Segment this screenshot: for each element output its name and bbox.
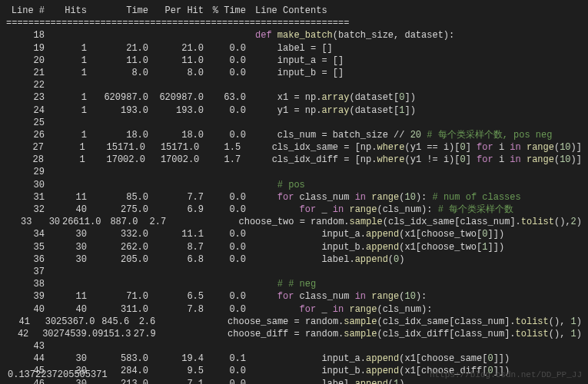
- cell-line: 44: [6, 353, 45, 365]
- profiler-rows: 18def make_batch(batch_size, dataset):19…: [6, 29, 582, 384]
- cell-perhit: 17002.0: [145, 154, 199, 166]
- cell-perhit: 8.7: [148, 241, 204, 253]
- cell-time: 620987.0: [87, 91, 148, 104]
- cell-pct: 0.0: [204, 129, 246, 141]
- cell-line: 37: [6, 266, 45, 278]
- cell-perhit: [148, 340, 204, 353]
- profiler-row: 4230274539.09151.327.9 choose_diff = ran…: [6, 328, 582, 340]
- cell-line: 32: [6, 204, 45, 216]
- cell-time: 8.0: [87, 67, 148, 79]
- cell-perhit: [148, 166, 204, 178]
- cell-perhit: 193.0: [148, 104, 204, 117]
- cell-time: 193.0: [87, 104, 148, 117]
- cell-hits: [45, 278, 87, 290]
- cell-line: 30: [6, 179, 45, 191]
- cell-pct: 2.6: [129, 316, 155, 328]
- cell-pct: 1.5: [199, 141, 241, 154]
- cell-pct: 0.0: [204, 253, 246, 266]
- col-header-line: Line #: [6, 5, 45, 17]
- col-header-time: Time: [87, 5, 148, 17]
- profiler-row: 38 # # neg: [6, 278, 582, 290]
- profiler-row: 4430583.019.40.1 input_a.append(x1[choos…: [6, 353, 582, 365]
- cell-code: for class_num in range(10): # num of cla…: [255, 191, 582, 204]
- cell-hits: 30: [30, 316, 56, 328]
- cell-line: 18: [6, 29, 45, 41]
- cell-time: 332.0: [87, 228, 148, 240]
- cell-code: cls_idx_diff = [np.where(y1 != i)[0] for…: [250, 154, 582, 166]
- cell-perhit: 11.1: [148, 228, 204, 240]
- cell-hits: 1: [44, 154, 85, 166]
- cell-time: 85.0: [87, 191, 148, 204]
- profiler-row: 22: [6, 79, 582, 91]
- profiler-output: Line # Hits Time Per Hit % Time Line Con…: [0, 0, 588, 384]
- cell-code: def make_batch(batch_size, dataset):: [255, 29, 582, 41]
- cell-time: 25367.0: [56, 316, 95, 328]
- cell-time: 21.0: [87, 42, 148, 55]
- profiler-row: 3630205.06.80.0 label.append(0): [6, 253, 582, 266]
- cell-perhit: 18.0: [148, 129, 204, 141]
- cell-pct: 0.0: [204, 42, 246, 55]
- cell-code: # # neg: [255, 278, 582, 290]
- cell-hits: [45, 340, 87, 353]
- cell-perhit: 620987.0: [148, 91, 204, 104]
- cell-perhit: 21.0: [148, 42, 204, 55]
- cell-time: [87, 179, 148, 191]
- cell-perhit: 11.0: [148, 55, 204, 67]
- cell-pct: 27.9: [131, 328, 155, 340]
- profiler-row: 241193.0193.00.0 y1 = np.array(dataset[1…: [6, 104, 582, 117]
- cell-line: 27: [6, 141, 44, 154]
- cell-hits: 30: [45, 228, 87, 240]
- cell-pct: [204, 278, 246, 290]
- cell-pct: 0.0: [204, 290, 246, 303]
- cell-perhit: 887.0: [101, 216, 138, 228]
- cell-perhit: [148, 278, 204, 290]
- cell-code: for _ in range(cls_num): # 每个类采样个数: [255, 204, 582, 216]
- cell-hits: 1: [44, 141, 85, 154]
- watermark: https://blog.csdn.net/DD_PP_JJ: [430, 369, 582, 381]
- cell-code: cls_idx_same = [np.where(y1 == i)[0] for…: [250, 141, 582, 154]
- cell-hits: 1: [45, 55, 87, 67]
- cell-line: 28: [6, 154, 44, 166]
- cell-hits: 1: [45, 91, 87, 104]
- col-header-hits: Hits: [45, 5, 87, 17]
- cell-hits: 40: [45, 204, 87, 216]
- cell-perhit: 19.4: [148, 353, 204, 365]
- cell-time: 274539.0: [54, 328, 98, 340]
- cell-hits: 11: [45, 290, 87, 303]
- cell-code: cls_num = batch_size // 20 # 每个类采样个数, po…: [255, 129, 582, 141]
- cell-time: [87, 278, 148, 290]
- cell-perhit: 6.9: [148, 204, 204, 216]
- cell-pct: 0.0: [204, 365, 246, 377]
- cell-time: 311.0: [87, 303, 148, 316]
- cell-pct: 0.0: [204, 55, 246, 67]
- cell-code: # pos: [255, 179, 582, 191]
- cell-code: input_a.append(x1[choose_two[0]]): [255, 228, 582, 240]
- cell-line: 35: [6, 241, 45, 253]
- profiler-row: 18def make_batch(batch_size, dataset):: [6, 29, 582, 41]
- footer-value: 0.1372237205505371: [8, 369, 108, 381]
- cell-pct: 1.7: [199, 154, 241, 166]
- cell-code: input_a = []: [255, 55, 582, 67]
- cell-line: 43: [6, 340, 45, 353]
- cell-perhit: 7.8: [148, 303, 204, 316]
- cell-pct: [204, 117, 246, 129]
- cell-time: 18.0: [87, 129, 148, 141]
- cell-code: [255, 340, 582, 353]
- cell-pct: [204, 79, 246, 91]
- col-header-pct: % Time: [204, 5, 246, 17]
- cell-line: 26: [6, 129, 45, 141]
- cell-code: choose_same = random.sample(cls_idx_same…: [161, 316, 582, 328]
- cell-time: 205.0: [87, 253, 148, 266]
- cell-hits: 1: [45, 67, 87, 79]
- profiler-row: 333026611.0887.02.7 choose_two = random.…: [6, 216, 582, 228]
- profiler-row: 311185.07.70.0 for class_num in range(10…: [6, 191, 582, 204]
- cell-hits: 11: [45, 191, 87, 204]
- profiler-row: 3430332.011.10.0 input_a.append(x1[choos…: [6, 228, 582, 240]
- profiler-row: 3530262.08.70.0 input_b.append(x1[choose…: [6, 241, 582, 253]
- cell-time: 583.0: [87, 353, 148, 365]
- cell-time: [87, 266, 148, 278]
- cell-perhit: [148, 266, 204, 278]
- cell-code: input_b = []: [255, 67, 582, 79]
- profiler-row: 391171.06.50.0 for class_num in range(10…: [6, 290, 582, 303]
- cell-time: 71.0: [87, 290, 148, 303]
